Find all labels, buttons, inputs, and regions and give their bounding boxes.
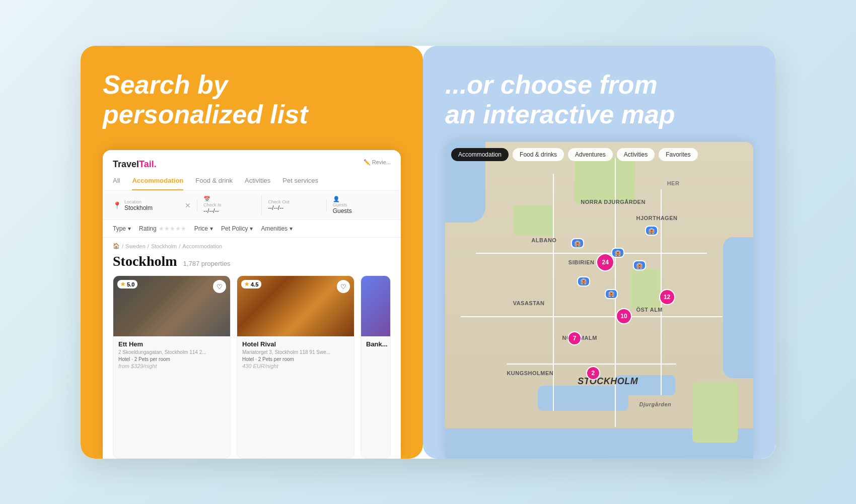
property-price-0: from $329/night bbox=[118, 363, 225, 369]
filter-type[interactable]: Type ▾ bbox=[113, 225, 131, 232]
property-price-1: 430 EUR/night bbox=[242, 363, 349, 369]
map-pin-blue-2[interactable]: 🏨 bbox=[611, 248, 624, 258]
map-chip-accommodation[interactable]: Accommodation bbox=[451, 148, 509, 161]
map-pin-blue-5[interactable]: 🏨 bbox=[645, 226, 658, 236]
chevron-down-icon-2: ▾ bbox=[210, 225, 213, 232]
left-panel: Search by personalized list TravelTail. … bbox=[81, 46, 423, 459]
road-h1 bbox=[476, 253, 707, 254]
tab-all[interactable]: All bbox=[113, 177, 120, 190]
property-card-1[interactable]: ★ 4.5 ♡ Hotel Rival Mariatorget 3, Stock… bbox=[237, 275, 354, 458]
checkout-label: Check Out bbox=[268, 199, 320, 204]
map-pin-10[interactable]: 10 bbox=[616, 308, 632, 324]
filter-amenities[interactable]: Amenities ▾ bbox=[261, 225, 293, 232]
district-albano: Albano bbox=[531, 237, 556, 243]
favorite-button-0[interactable]: ♡ bbox=[213, 280, 226, 293]
filter-price[interactable]: Price ▾ bbox=[194, 225, 213, 232]
location-value: Stockholm bbox=[124, 204, 153, 211]
tab-food[interactable]: Food & drink bbox=[195, 177, 233, 190]
filter-rating[interactable]: Rating ★★★★★ bbox=[139, 225, 186, 232]
right-heading: ...or choose from an interactive map bbox=[445, 70, 753, 130]
map-chip-activities[interactable]: Activities bbox=[617, 148, 655, 161]
breadcrumb-city[interactable]: Stockholm bbox=[151, 243, 177, 249]
left-heading-line1: Search by bbox=[103, 70, 228, 99]
app-logo-tail: Tail bbox=[139, 159, 154, 169]
main-card: Search by personalized list TravelTail. … bbox=[81, 46, 775, 459]
filter-pet-policy[interactable]: Pet Policy ▾ bbox=[221, 225, 253, 232]
district-stockholm: Stockholm bbox=[578, 376, 638, 387]
tab-accommodation[interactable]: Accommodation bbox=[132, 177, 183, 190]
rating-badge-0: ★ 5.0 bbox=[117, 280, 137, 289]
chevron-down-icon: ▾ bbox=[128, 225, 131, 232]
property-type-1: Hotel · 2 Pets per room bbox=[242, 356, 349, 362]
app-logo-dot: . bbox=[154, 159, 157, 169]
chevron-down-icon-4: ▾ bbox=[290, 225, 293, 232]
property-type-0: Hotel · 2 Pets per room bbox=[118, 356, 225, 362]
nav-tabs: All Accommodation Food & drink Activitie… bbox=[113, 177, 391, 190]
tab-activities[interactable]: Activities bbox=[245, 177, 270, 190]
home-icon[interactable]: 🏠 bbox=[113, 243, 120, 249]
rating-badge-1: ★ 4.5 bbox=[241, 280, 261, 289]
app-header: TravelTail. ✏️ Revie... All Accommodatio… bbox=[103, 150, 401, 191]
property-info-1: Hotel Rival Mariatorget 3, Stockholm 118… bbox=[237, 336, 354, 373]
property-card-2[interactable]: Bank... bbox=[361, 275, 391, 458]
star-icon-1: ★ bbox=[244, 281, 249, 287]
right-heading-line1: ...or choose from bbox=[445, 70, 658, 99]
location-label: Location bbox=[124, 199, 153, 204]
breadcrumb-country[interactable]: Sweden bbox=[125, 243, 146, 249]
map-pin-blue-1[interactable]: 🏨 bbox=[577, 276, 590, 286]
filters-row: Type ▾ Rating ★★★★★ Price ▾ Pet Policy ▾… bbox=[103, 220, 401, 238]
guests-field[interactable]: 👤 Guests Guests bbox=[327, 196, 391, 214]
chevron-down-icon-3: ▾ bbox=[250, 225, 253, 232]
map-chip-adventures[interactable]: Adventures bbox=[568, 148, 613, 161]
tab-pet[interactable]: Pet services bbox=[282, 177, 318, 190]
water-right bbox=[723, 237, 753, 378]
right-heading-line2: an interactive map bbox=[445, 100, 675, 129]
map-pin-blue-3[interactable]: 🏨 bbox=[605, 289, 618, 299]
stars-icon: ★★★★★ bbox=[159, 225, 186, 232]
map-container: Accommodation Food & drinks Adventures A… bbox=[445, 142, 753, 458]
left-heading: Search by personalized list bbox=[103, 70, 401, 130]
district-kungsholmen: KUNGSHOLMEN bbox=[507, 370, 553, 376]
checkout-field[interactable]: Check Out --/--/-- bbox=[262, 199, 326, 211]
checkin-field[interactable]: 📅 Check In --/--/-- bbox=[197, 196, 262, 214]
map-chips: Accommodation Food & drinks Adventures A… bbox=[451, 148, 698, 161]
property-image-0: ★ 5.0 ♡ bbox=[113, 276, 230, 336]
park-2 bbox=[513, 205, 553, 236]
road-h3 bbox=[507, 364, 676, 365]
park-4 bbox=[692, 382, 738, 443]
map-chip-favorites[interactable]: Favorites bbox=[659, 148, 697, 161]
guests-icon: 👤 bbox=[333, 196, 383, 202]
search-bar: 📍 Location Stockholm ✕ 📅 Check In --/--/… bbox=[103, 191, 401, 220]
location-icon: 📍 bbox=[113, 201, 121, 209]
map-pin-blue-4[interactable]: 🏨 bbox=[633, 260, 646, 270]
property-name-0: Ett Hem bbox=[118, 340, 225, 348]
clear-location-icon[interactable]: ✕ bbox=[185, 201, 191, 209]
location-field[interactable]: 📍 Location Stockholm ✕ bbox=[113, 199, 197, 211]
city-name: Stockholm bbox=[113, 253, 177, 269]
property-count: 1,787 properties bbox=[183, 260, 231, 267]
app-logo: TravelTail. bbox=[113, 159, 391, 170]
guests-label: Guests bbox=[333, 202, 385, 207]
checkout-value: --/--/-- bbox=[268, 204, 320, 211]
map-chip-food[interactable]: Food & drinks bbox=[513, 148, 564, 161]
property-card-0[interactable]: ★ 5.0 ♡ Ett Hem 2 Skoeldungagatan, Stock… bbox=[113, 275, 231, 458]
map-pin-7[interactable]: 7 bbox=[567, 331, 582, 345]
review-link[interactable]: ✏️ Revie... bbox=[364, 159, 391, 166]
park-1 bbox=[575, 158, 635, 203]
district-norra: NORRA DJURGÅRDEN bbox=[581, 199, 646, 205]
checkin-value: --/--/-- bbox=[203, 207, 255, 214]
district-hjorthagen: HJORTHAGEN bbox=[636, 215, 677, 221]
district-sibirien: SIBIRIEN bbox=[568, 259, 595, 265]
right-panel: ...or choose from an interactive map bbox=[423, 46, 775, 459]
map-pin-2[interactable]: 2 bbox=[586, 366, 600, 380]
breadcrumb-category[interactable]: Accommodation bbox=[182, 243, 222, 249]
breadcrumb: 🏠 / Sweden / Stockholm / Accommodation bbox=[103, 238, 401, 251]
district-ostalm: ÖST ALM bbox=[636, 307, 663, 313]
property-image-2 bbox=[361, 276, 390, 336]
map-pin-12[interactable]: 12 bbox=[659, 289, 675, 305]
road-h2 bbox=[461, 316, 723, 317]
park-3 bbox=[630, 268, 660, 309]
map-pin-blue-6[interactable]: 🏨 bbox=[571, 238, 584, 248]
favorite-button-1[interactable]: ♡ bbox=[337, 280, 350, 293]
calendar-icon: 📅 bbox=[203, 196, 252, 202]
